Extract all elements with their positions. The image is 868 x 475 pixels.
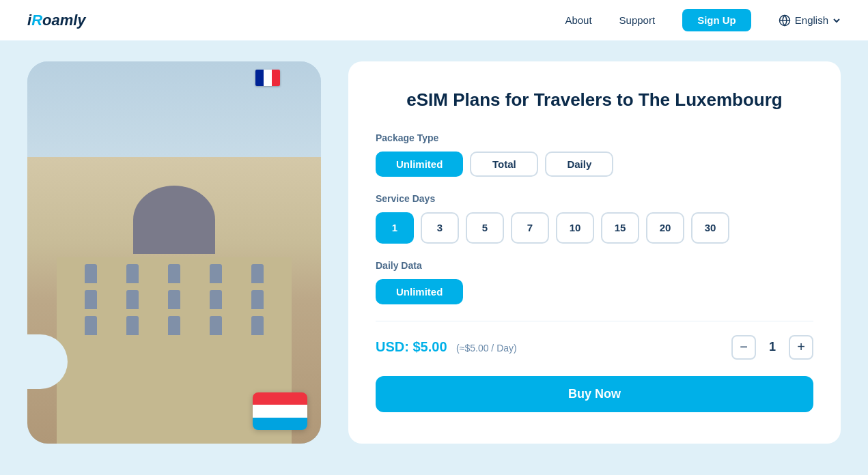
header: iRoamly About Support Sign Up English [0,0,868,41]
service-days-buttons: 1 3 5 7 10 15 20 30 [376,212,813,244]
window [210,290,222,309]
day-btn-5[interactable]: 5 [466,212,504,244]
window [251,316,264,335]
buy-now-button[interactable]: Buy Now [376,376,813,412]
nav: About Support Sign Up English [565,9,841,31]
flag-white [264,70,272,86]
window [168,264,180,283]
daily-data-unlimited[interactable]: Unlimited [376,279,463,304]
globe-icon [779,14,791,27]
signup-button[interactable]: Sign Up [682,9,751,31]
page-title: eSIM Plans for Travelers to The Luxembou… [376,89,813,112]
package-type-total[interactable]: Total [470,152,538,177]
daily-data-section: Daily Data Unlimited [376,260,813,304]
window-row-1 [57,264,292,283]
window-row-2 [57,290,292,309]
day-btn-1[interactable]: 1 [376,212,414,244]
daily-data-buttons: Unlimited [376,279,813,304]
window [126,290,139,309]
day-btn-20[interactable]: 20 [646,212,684,244]
window [251,290,264,309]
destination-image [27,61,321,444]
luxembourg-flag [253,392,307,430]
price-divider [376,321,813,321]
window [251,264,264,283]
flag-blue [255,70,264,86]
dome [133,186,215,254]
day-btn-15[interactable]: 15 [601,212,639,244]
window [210,264,222,283]
day-btn-30[interactable]: 30 [691,212,729,244]
price-row: USD: $5.00 (≈$5.00 / Day) − 1 + [376,335,813,360]
logo: iRoamly [27,12,86,29]
daily-data-label: Daily Data [376,260,813,271]
quantity-decrease-button[interactable]: − [731,335,756,360]
package-type-label: Package Type [376,132,813,143]
quantity-increase-button[interactable]: + [789,335,813,360]
quantity-value: 1 [766,340,779,354]
chevron-down-icon [832,16,841,25]
service-days-section: Service Days 1 3 5 7 10 15 20 30 [376,193,813,244]
price-value: $5.00 [412,339,447,354]
window [126,316,139,335]
window [85,264,97,283]
plan-panel: eSIM Plans for Travelers to The Luxembou… [348,61,841,444]
service-days-label: Service Days [376,193,813,204]
french-flag [255,70,280,86]
day-btn-7[interactable]: 7 [511,212,549,244]
language-selector[interactable]: English [779,14,841,27]
price-amount: USD: $5.00 (≈$5.00 / Day) [376,339,517,354]
package-type-buttons: Unlimited Total Daily [376,152,813,177]
window [85,316,97,335]
window [85,290,97,309]
price-currency: USD: [376,339,409,354]
nav-support[interactable]: Support [619,14,656,26]
lux-flag-blue [253,418,307,430]
lux-flag-red [253,392,307,405]
window [126,264,139,283]
price-per-day: (≈$5.00 / Day) [456,343,517,354]
window [210,316,222,335]
language-label: English [795,14,828,26]
main-content: eSIM Plans for Travelers to The Luxembou… [0,41,868,464]
window [168,316,180,335]
price-display: USD: $5.00 (≈$5.00 / Day) [376,339,517,355]
nav-about[interactable]: About [565,14,591,26]
window [168,290,180,309]
quantity-controls: − 1 + [731,335,813,360]
day-btn-10[interactable]: 10 [556,212,594,244]
lux-flag-white [253,405,307,417]
package-type-section: Package Type Unlimited Total Daily [376,132,813,177]
package-type-unlimited[interactable]: Unlimited [376,152,463,177]
window-row-3 [57,316,292,335]
flag-red [272,70,280,86]
package-type-daily[interactable]: Daily [545,152,613,177]
day-btn-3[interactable]: 3 [421,212,459,244]
